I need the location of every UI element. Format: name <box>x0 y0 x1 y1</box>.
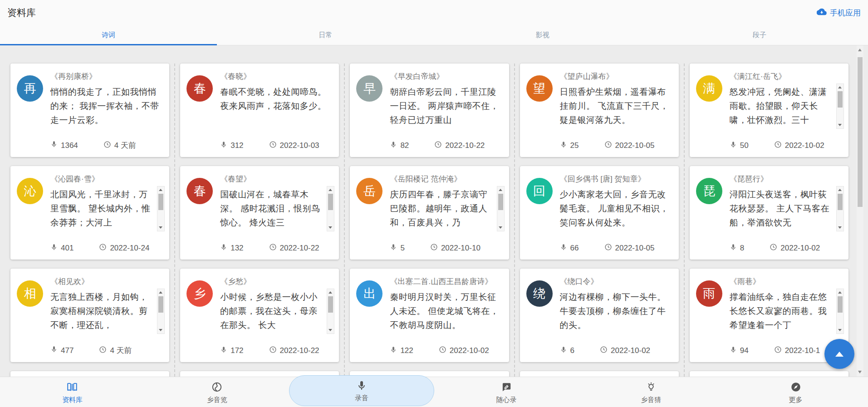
poem-card[interactable]: 回 《回乡偶书 [唐] 贺知章》 少小离家老大回，乡音无改鬓毛衰。 儿童相见不相… <box>520 166 679 260</box>
record-date: 2022-10-02 <box>600 346 650 356</box>
scrollbar-thumb[interactable] <box>328 194 333 210</box>
card-scrollbar[interactable] <box>836 83 844 129</box>
scroll-up-arrow-icon[interactable] <box>159 189 162 191</box>
scrollbar-thumb[interactable] <box>328 296 333 313</box>
scrollbar-thumb[interactable] <box>858 57 863 207</box>
avatar: 早 <box>356 75 383 102</box>
poem-card[interactable]: 琵 《琵琶行》 浔阳江头夜送客，枫叶荻花秋瑟瑟。 主人下马客在船，举酒欲饮无 8 <box>690 166 848 260</box>
poem-card[interactable]: 早 《早发白帝城》 朝辞白帝彩云间，千里江陵一日还。 两岸猿声啼不住，轻舟已过万… <box>350 64 509 157</box>
scroll-down-arrow-icon[interactable] <box>329 329 332 331</box>
scrollbar-thumb[interactable] <box>838 296 843 313</box>
tab-poetry[interactable]: 诗词 <box>0 25 217 45</box>
poem-card[interactable]: 雨 《雨巷》 撑着油纸伞，独自走在悠长悠长又寂寥的雨巷。我希望逢着一个丁 94 <box>690 269 848 362</box>
clock-icon <box>269 243 277 253</box>
tab-movies[interactable]: 影视 <box>434 25 651 45</box>
card-scrollbar[interactable] <box>497 186 505 231</box>
scroll-up-arrow-icon[interactable] <box>159 291 162 294</box>
scroll-down-arrow-icon[interactable] <box>499 226 502 229</box>
nav-item-dialect-browse[interactable]: 乡音览 <box>145 377 289 407</box>
card-text: 北国风光，千里冰封，万里雪飘。 望长城内外，惟余莽莽；大河上 <box>50 187 163 231</box>
record-pill[interactable]: 录音 <box>289 375 434 406</box>
scroll-up-arrow-icon[interactable] <box>329 291 332 294</box>
nav-item-record[interactable]: 录音 <box>289 377 434 407</box>
card-title: 《乡愁》 <box>220 276 333 287</box>
scroll-down-arrow-icon[interactable] <box>159 226 162 229</box>
card-column: 望 《望庐山瀑布》 日照香炉生紫烟，遥看瀑布挂前川。 飞流直下三千尺，疑是银河落… <box>515 64 685 377</box>
card-text: 国破山河在，城春草木深。 感时花溅泪，恨别鸟惊心。 烽火连三 <box>220 187 333 231</box>
scroll-up-arrow-icon[interactable] <box>329 189 332 191</box>
clock-icon <box>439 346 446 356</box>
card-title: 《再别康桥》 <box>50 71 163 82</box>
poem-card[interactable]: 沁 《沁园春·雪》 北国风光，千里冰封，万里雪飘。 望长城内外，惟余莽莽；大河上… <box>10 166 169 260</box>
bottom-nav: 资料库 乡音览 录音 随心录 乡音猜 <box>0 377 868 407</box>
back-to-top-button[interactable] <box>824 339 854 369</box>
card-scrollbar[interactable] <box>327 289 334 334</box>
recordings-count: 25 <box>560 141 579 151</box>
scroll-up-arrow-icon[interactable] <box>838 189 842 191</box>
avatar: 琵 <box>696 178 722 204</box>
recordings-count: 94 <box>730 346 749 356</box>
poem-card[interactable]: 岳 《岳阳楼记 范仲淹》 庆历四年春，滕子京谪守巴陵郡。越明年，政通人和，百废具… <box>350 166 509 260</box>
card-text: 撑着油纸伞，独自走在悠长悠长又寂寥的雨巷。我希望逢着一个丁 <box>730 290 842 334</box>
record-date: 2022-10-02 <box>439 346 489 356</box>
poem-card[interactable]: 满 《满江红·岳飞》 怒发冲冠，凭阑处、潇潇雨歇。抬望眼，仰天长啸，壮怀激烈。三… <box>690 64 848 157</box>
card-text: 少小离家老大回，乡音无改鬓毛衰。 儿童相见不相识，笑问客从何处来。 <box>560 187 672 231</box>
scroll-up-arrow-icon[interactable] <box>858 49 862 51</box>
nav-item-free-record[interactable]: 随心录 <box>434 377 579 407</box>
poem-card[interactable]: 再 《再别康桥》 悄悄的我走了，正如我悄悄的来； 我挥一挥衣袖，不带走一片云彩。… <box>10 64 169 157</box>
poem-card[interactable]: 望 《望庐山瀑布》 日照香炉生紫烟，遥看瀑布挂前川。 飞流直下三千尺，疑是银河落… <box>520 64 679 157</box>
card-grid: 再 《再别康桥》 悄悄的我走了，正如我悄悄的来； 我挥一挥衣袖，不带走一片云彩。… <box>0 45 868 377</box>
card-column: 再 《再别康桥》 悄悄的我走了，正如我悄悄的来； 我挥一挥衣袖，不带走一片云彩。… <box>5 64 175 377</box>
scrollbar-thumb[interactable] <box>498 194 503 210</box>
tab-daily[interactable]: 日常 <box>217 25 434 45</box>
card-title: 《沁园春·雪》 <box>50 174 163 184</box>
card-scrollbar[interactable] <box>327 186 334 231</box>
card-scrollbar[interactable] <box>157 186 165 231</box>
microphone-icon <box>390 346 397 356</box>
scrollbar-thumb[interactable] <box>158 296 163 313</box>
nav-item-library[interactable]: 资料库 <box>0 377 145 407</box>
clock-icon <box>103 141 111 151</box>
card-column: 满 《满江红·岳飞》 怒发冲冠，凭阑处、潇潇雨歇。抬望眼，仰天长啸，壮怀激烈。三… <box>685 64 853 377</box>
microphone-icon <box>50 141 58 150</box>
scrollbar-thumb[interactable] <box>838 91 843 108</box>
card-text: 小时候，乡愁是一枚小小的邮票，我在这头，母亲在那头。 长大 <box>220 290 333 334</box>
scroll-down-arrow-icon[interactable] <box>329 226 332 229</box>
scroll-down-arrow-icon[interactable] <box>838 329 842 331</box>
app: 资料库 手机应用 诗词 日常 影视 段子 再 《再别康桥》 悄悄的我走了，正如我… <box>0 0 868 407</box>
poem-card[interactable]: 相 《相见欢》 无言独上西楼，月如钩，寂寞梧桐深院锁清秋。剪不断，理还乱， 47… <box>10 269 169 362</box>
card-scrollbar[interactable] <box>836 289 844 334</box>
poem-card[interactable]: 春 《春望》 国破山河在，城春草木深。 感时花溅泪，恨别鸟惊心。 烽火连三 13… <box>180 166 339 260</box>
record-date: 2022-10-22 <box>269 243 319 253</box>
poem-card[interactable]: 春 《春晓》 春眠不觉晓，处处闻啼鸟。夜来风雨声，花落知多少。 312 2022… <box>180 64 339 157</box>
card-scrollbar[interactable] <box>157 289 165 334</box>
scroll-down-arrow-icon[interactable] <box>838 226 842 229</box>
card-title: 《春望》 <box>220 174 333 184</box>
poem-card[interactable]: 绕 《绕口令》 河边有棵柳，柳下一头牛。 牛要去顶柳，柳条缠住了牛的头。 6 2… <box>520 269 679 362</box>
mobile-app-link[interactable]: 手机应用 <box>817 7 861 19</box>
page-title: 资料库 <box>7 6 36 19</box>
tab-bar: 诗词 日常 影视 段子 <box>0 25 868 45</box>
scrollbar-thumb[interactable] <box>838 194 843 210</box>
scroll-down-arrow-icon[interactable] <box>159 329 162 331</box>
nav-item-more[interactable]: 更多 <box>723 377 868 407</box>
scroll-up-arrow-icon[interactable] <box>838 86 842 88</box>
poem-card[interactable]: 乡 《乡愁》 小时候，乡愁是一枚小小的邮票，我在这头，母亲在那头。 长大 172 <box>180 269 339 362</box>
microphone-icon <box>730 244 737 253</box>
nav-item-dialect-guess[interactable]: 乡音猜 <box>579 377 723 407</box>
clock-icon <box>269 346 277 356</box>
scroll-down-arrow-icon[interactable] <box>838 124 842 126</box>
poem-card[interactable]: 出 《出塞二首.山西王昌龄唐诗》 秦时明月汉时关，万里长征人未还。 但使龙城飞将… <box>350 269 509 362</box>
compass-icon <box>790 381 802 394</box>
scroll-up-arrow-icon[interactable] <box>838 291 842 294</box>
record-date: 2022-10-10 <box>430 243 481 253</box>
arrow-up-icon <box>835 352 843 357</box>
scroll-up-arrow-icon[interactable] <box>499 189 502 191</box>
page-scrollbar[interactable] <box>857 45 863 377</box>
tab-jokes[interactable]: 段子 <box>651 25 868 45</box>
card-scrollbar[interactable] <box>836 186 844 231</box>
scroll-down-arrow-icon[interactable] <box>858 371 862 373</box>
clock-icon <box>430 243 438 253</box>
avatar: 沁 <box>17 178 43 204</box>
scrollbar-thumb[interactable] <box>158 194 163 210</box>
